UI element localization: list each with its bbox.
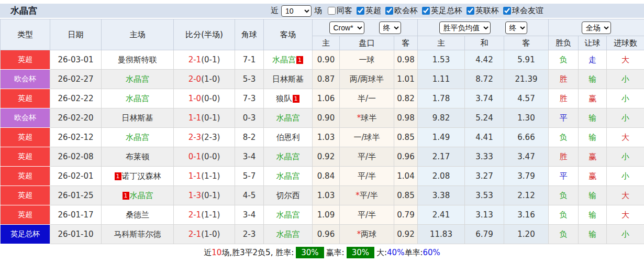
match-date-cell: 26-01-10 xyxy=(50,225,102,244)
halftime-score: (0-0) xyxy=(201,94,220,103)
odds-home-cell: 0.84 xyxy=(313,167,340,186)
odds-home-cell: 0.90 xyxy=(313,50,340,70)
filter-球会友谊[interactable]: 球会友谊 xyxy=(499,6,543,16)
odds-away-cell: 1.01 xyxy=(394,70,418,89)
fulltime-score: 2-1 xyxy=(188,230,202,239)
handicap-result-cell: 赢 xyxy=(579,167,607,186)
scope-select[interactable]: 全场 xyxy=(582,21,611,34)
handicap-cell: 平/半 xyxy=(340,167,394,186)
home-team-cell: 水晶宫 xyxy=(102,70,174,89)
avg-home-cell: 2.41 xyxy=(418,205,465,225)
handicap-cell: *球半 xyxy=(340,108,394,128)
bookmaker-period-select[interactable]: 终 xyxy=(379,21,401,34)
filter-欧会杯[interactable]: 欧会杯 xyxy=(381,6,418,16)
corner-cell: 2-3 xyxy=(235,225,264,244)
filter-英联杯[interactable]: 英联杯 xyxy=(462,6,499,16)
page-title: 水晶宫 xyxy=(10,5,37,17)
avg-draw-cell: 3.27 xyxy=(465,167,504,186)
handicap-cell: *两球 xyxy=(340,225,394,244)
away-team-cell: 日林斯基 xyxy=(264,70,313,89)
avg-home-cell: 11.83 xyxy=(418,225,465,244)
summary-bar: 近10场,胜3平2负5, 胜率:30% 赢率:30% 大:40% 单率:60% xyxy=(0,244,644,261)
subject-team-name: 水晶宫 xyxy=(276,113,300,123)
corner-cell: 0-3 xyxy=(235,108,264,128)
goals-result-cell: 小 xyxy=(607,147,644,167)
filter-英超[interactable]: 英超 xyxy=(352,6,381,16)
filter-checkbox[interactable] xyxy=(328,7,336,15)
corner-cell: 8-2 xyxy=(235,128,264,147)
win-loss-result-cell: 平 xyxy=(549,108,579,128)
filter-checkbox[interactable] xyxy=(503,7,511,15)
subject-team-name: 水晶宫 xyxy=(276,171,300,181)
league-type-badge: 英超 xyxy=(1,167,50,186)
avg-draw-cell: 8.72 xyxy=(465,70,504,89)
subject-team-name: 水晶宫 xyxy=(272,55,296,64)
league-type-badge: 英超 xyxy=(1,50,50,70)
match-row: 英超26-03-01曼彻斯特联2-1(0-1)7-1水晶宫10.90一球0.98… xyxy=(1,50,644,70)
handicap-cell: 一球 xyxy=(340,50,394,70)
summary-segment: 30% xyxy=(296,247,324,258)
corner-cell: 5-3 xyxy=(235,70,264,89)
team-name: 桑德兰 xyxy=(126,210,149,220)
avg-odds-select[interactable]: 胜平负均值 xyxy=(439,21,491,34)
odds-home-cell: 0.90 xyxy=(313,108,340,128)
filter-英足总杯[interactable]: 英足总杯 xyxy=(418,6,462,16)
team-name: 日林斯基 xyxy=(272,74,304,84)
team-name: 曼彻斯特联 xyxy=(118,55,157,64)
home-team-cell: 水晶宫 xyxy=(102,89,174,108)
avg-away-cell: 3.47 xyxy=(504,147,549,167)
league-type-badge: 英超 xyxy=(1,147,50,167)
avg-period-select[interactable]: 终 xyxy=(505,21,527,34)
match-row: 英超26-02-08布莱顿0-1(0-0)3-4水晶宫0.92平/半0.962.… xyxy=(1,147,644,167)
subject-team-name: 水晶宫 xyxy=(276,230,300,239)
handicap-cell: 两/两球半 xyxy=(340,70,394,89)
filter-checkbox[interactable] xyxy=(422,7,430,15)
team-name: 切尔西 xyxy=(276,191,300,200)
goals-result-cell: 大 xyxy=(607,50,644,70)
handicap-cell: 平/半 xyxy=(340,205,394,225)
col-header-avg-away: 客 xyxy=(504,36,549,50)
odds-away-cell: 0.92 xyxy=(394,225,418,244)
handicap-star: * xyxy=(357,230,361,239)
home-team-cell: 桑德兰 xyxy=(102,205,174,225)
corner-cell: 3-4 xyxy=(235,147,264,167)
bookmaker-select[interactable]: Crow* xyxy=(329,21,364,34)
match-count-select[interactable]: 10 xyxy=(281,5,312,17)
filter-list: 同客英超欧会杯英足总杯英联杯球会友谊 xyxy=(324,6,543,16)
match-date-cell: 26-02-12 xyxy=(50,128,102,147)
fulltime-score: 2-3 xyxy=(188,133,202,142)
filter-checkbox[interactable] xyxy=(357,7,364,15)
filter-checkbox[interactable] xyxy=(467,7,474,15)
filter-label: 球会友谊 xyxy=(512,6,543,16)
match-date-cell: 26-01-17 xyxy=(50,205,102,225)
filter-同客[interactable]: 同客 xyxy=(324,6,352,16)
odds-away-cell: 0.85 xyxy=(394,186,418,205)
subject-team-name: 水晶宫 xyxy=(126,133,149,142)
halftime-score: (1-1) xyxy=(201,171,220,181)
win-loss-result-cell: 平 xyxy=(549,167,579,186)
team-name: 诺丁汉森林 xyxy=(122,171,161,181)
win-loss-result-cell: 负 xyxy=(549,225,579,244)
avg-draw-cell: 6.79 xyxy=(465,225,504,244)
filter-label: 英联杯 xyxy=(475,6,499,16)
league-type-badge: 欧会杯 xyxy=(1,108,50,128)
away-team-cell: 水晶宫 xyxy=(264,205,313,225)
home-team-cell: 马科斯菲尔德 xyxy=(102,225,174,244)
avg-home-cell: 1.11 xyxy=(418,70,465,89)
subject-team-name: 水晶宫 xyxy=(276,152,300,161)
filter-label: 同客 xyxy=(337,6,352,16)
avg-home-cell: 2.17 xyxy=(418,147,465,167)
col-header-avg-draw: 和 xyxy=(465,36,504,50)
subject-team-name: 水晶宫 xyxy=(276,210,300,220)
goals-result-cell: 小 xyxy=(607,89,644,108)
handicap-result-cell: 输 xyxy=(579,186,607,205)
filter-checkbox[interactable] xyxy=(385,7,393,15)
odds-away-cell: 0.79 xyxy=(394,205,418,225)
avg-home-cell: 1.53 xyxy=(418,50,465,70)
team-name: 伯恩利 xyxy=(276,133,300,142)
subject-team-name: 水晶宫 xyxy=(126,74,149,84)
goals-result-cell: 小 xyxy=(607,167,644,186)
summary-segment: 近 xyxy=(204,248,212,258)
halftime-score: (0-1) xyxy=(201,113,220,123)
result-group-header: 全场 xyxy=(549,19,644,36)
